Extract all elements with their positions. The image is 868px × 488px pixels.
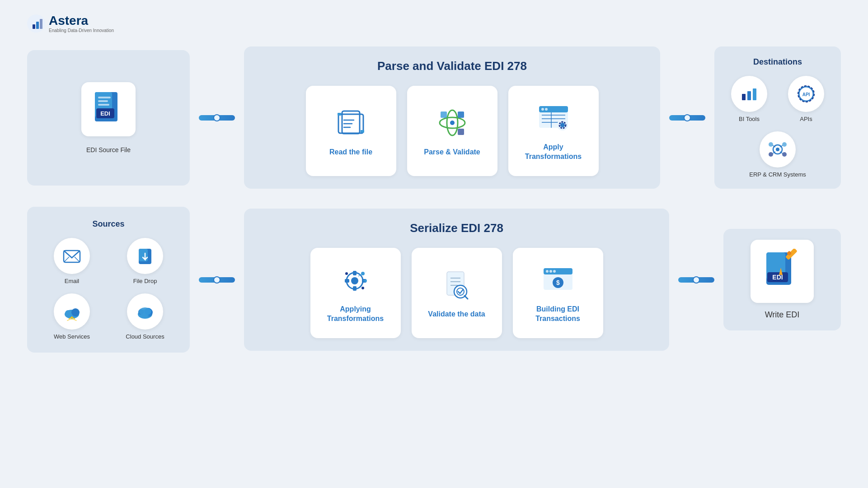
bi-tools-icon (739, 84, 759, 104)
svg-point-75 (361, 287, 364, 289)
dest-bi: BI Tools (725, 76, 773, 122)
svg-rect-3 (40, 19, 42, 29)
step-parse: Parse & Validate (407, 86, 497, 176)
svg-point-33 (560, 123, 565, 127)
step-apply: Apply Transformations (508, 86, 599, 176)
logo: Astera Enabling Data-Driven Innovation (27, 14, 841, 33)
webservices-label: Web Services (54, 333, 90, 340)
top-process-title: Parse and Validate EDI 278 (260, 59, 644, 73)
webservices-icon-circle (54, 293, 90, 330)
svg-text:EDI: EDI (100, 110, 110, 117)
svg-point-26 (541, 108, 544, 111)
sources-grid: Email File Drop (40, 238, 177, 340)
applying-icon (338, 262, 374, 298)
svg-rect-37 (753, 88, 756, 100)
svg-rect-20 (441, 112, 447, 118)
svg-line-52 (64, 257, 69, 262)
filedrop-icon-circle (127, 238, 163, 274)
source-cloudsources: Cloud Sources (113, 293, 177, 340)
edi-source-label: EDI Source File (86, 146, 131, 153)
step-applying: Applying Transformations (310, 248, 401, 338)
logo-name: Astera (49, 14, 114, 28)
email-label: Email (65, 278, 80, 284)
top-connector-1 (199, 115, 235, 121)
email-icon-circle (54, 238, 90, 274)
svg-rect-22 (458, 129, 464, 135)
svg-point-76 (345, 272, 348, 275)
api-label: APIs (800, 116, 812, 122)
write-edi-icon: EDI (762, 249, 802, 294)
svg-rect-16 (338, 113, 341, 116)
dest-erp: ERP & CRM Systems (749, 131, 806, 178)
erp-label: ERP & CRM Systems (749, 171, 806, 178)
source-email: Email (40, 238, 104, 284)
svg-point-73 (361, 272, 365, 275)
erp-icon-circle (760, 131, 796, 167)
logo-text: Astera Enabling Data-Driven Innovation (49, 14, 114, 33)
svg-rect-17 (361, 130, 364, 133)
top-process-steps: Read the file (260, 86, 644, 176)
svg-text:$: $ (556, 279, 560, 286)
destinations-panel: Destinations BI Tools (714, 46, 841, 189)
svg-point-91 (553, 270, 556, 273)
bottom-section-row: Sources Email (27, 207, 841, 353)
step-building: $ Building EDI Transactions (513, 248, 603, 338)
top-source-panel: EDI EDI Source File (27, 50, 190, 186)
svg-point-74 (364, 279, 367, 282)
svg-rect-35 (742, 94, 746, 100)
page: Astera Enabling Data-Driven Innovation E (0, 0, 868, 488)
svg-line-53 (75, 257, 80, 262)
dest-api: API APIs (782, 76, 830, 122)
step-parse-label: Parse & Validate (424, 148, 480, 157)
bi-label: BI Tools (739, 116, 760, 122)
apply-icon (535, 100, 572, 136)
api-icon: API (796, 84, 816, 104)
bottom-connector-2 (678, 277, 714, 283)
step-read: Read the file (306, 86, 396, 176)
svg-rect-70 (353, 286, 357, 291)
astera-logo-icon (27, 14, 45, 33)
bottom-connector-1 (199, 277, 235, 283)
building-label: Building EDI Transactions (522, 305, 594, 324)
step-validate: Validate the data (412, 248, 502, 338)
svg-rect-69 (353, 271, 357, 275)
svg-text:API: API (802, 92, 810, 97)
svg-rect-36 (747, 91, 751, 100)
step-read-label: Read the file (329, 148, 372, 157)
svg-rect-21 (458, 112, 464, 118)
svg-point-58 (71, 308, 80, 316)
edi-source-card: EDI (81, 82, 136, 136)
webservices-icon (62, 302, 82, 321)
write-edi-label: Write EDI (765, 310, 800, 320)
svg-point-89 (546, 270, 549, 273)
write-edi-panel: EDI Write EDI (723, 229, 841, 330)
cloudsources-icon (135, 302, 155, 321)
cloudsources-icon-circle (127, 293, 163, 330)
svg-point-44 (769, 152, 773, 157)
destinations-grid: BI Tools API APIs (725, 76, 830, 178)
bottom-process-steps: Applying Transformations (260, 248, 653, 338)
svg-point-68 (351, 277, 358, 284)
email-icon (62, 246, 82, 266)
validate-label: Validate the data (428, 310, 485, 319)
svg-rect-6 (98, 97, 111, 98)
svg-point-59 (71, 316, 73, 318)
validate-icon (439, 267, 475, 303)
api-icon-circle: API (788, 76, 824, 112)
source-webservices: Web Services (40, 293, 104, 340)
erp-icon (766, 138, 789, 161)
sources-panel: Sources Email (27, 207, 190, 353)
logo-tagline: Enabling Data-Driven Innovation (49, 28, 114, 33)
top-section-row: EDI EDI Source File Parse and Validate E… (27, 46, 841, 189)
destinations-title: Destinations (725, 57, 830, 67)
svg-rect-7 (98, 100, 108, 102)
sources-title: Sources (40, 219, 177, 229)
bottom-process-panel: Serialize EDI 278 (244, 209, 669, 351)
edi-file-icon: EDI (93, 91, 124, 127)
svg-point-42 (769, 142, 773, 147)
svg-point-50 (776, 148, 779, 151)
svg-rect-1 (33, 24, 35, 29)
svg-rect-55 (139, 249, 148, 261)
svg-point-23 (450, 121, 455, 125)
svg-line-86 (464, 296, 468, 299)
